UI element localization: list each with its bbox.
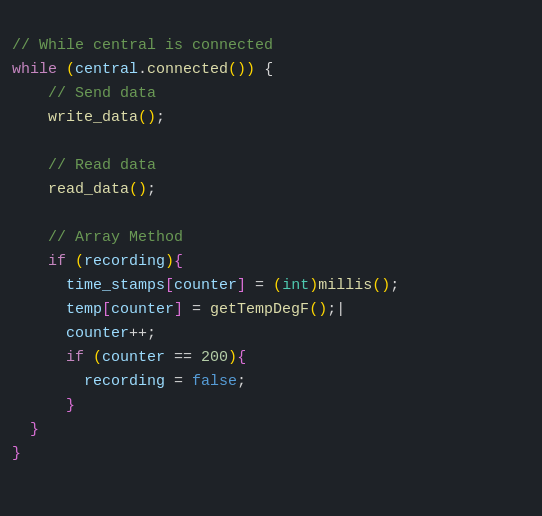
code-line: } (12, 394, 530, 418)
code-token (57, 61, 66, 78)
code-line: if (counter == 200){ (12, 346, 530, 370)
code-line: temp[counter] = getTempDegF();| (12, 298, 530, 322)
code-token: () (129, 181, 147, 198)
code-token: recording (84, 373, 165, 390)
code-token: ; (147, 181, 156, 198)
code-token: ; (156, 109, 165, 126)
code-line: write_data(); (12, 106, 530, 130)
code-token: { (255, 61, 273, 78)
code-token: ) (309, 277, 318, 294)
code-token: ; (390, 277, 399, 294)
code-token: [ (102, 301, 111, 318)
code-token (12, 397, 66, 414)
code-token (12, 325, 66, 342)
code-line: recording = false; (12, 370, 530, 394)
code-token: // Read data (12, 157, 156, 174)
code-line: counter++; (12, 322, 530, 346)
code-token: central (75, 61, 138, 78)
code-token: write_data (48, 109, 138, 126)
code-line: while (central.connected()) { (12, 58, 530, 82)
code-token: counter (66, 325, 129, 342)
code-line (12, 202, 530, 226)
code-token: ; (147, 325, 156, 342)
code-token (66, 253, 75, 270)
code-line: // Send data (12, 82, 530, 106)
code-token (84, 349, 93, 366)
code-token: // While central is connected (12, 37, 273, 54)
code-line: // While central is connected (12, 34, 530, 58)
code-line: // Read data (12, 154, 530, 178)
code-token: ( (75, 253, 84, 270)
code-token: // Array Method (12, 229, 183, 246)
code-token: counter (111, 301, 174, 318)
code-token (12, 349, 66, 366)
code-token: ] (237, 277, 246, 294)
code-token (12, 109, 48, 126)
code-token: while (12, 61, 57, 78)
code-token (12, 301, 66, 318)
code-line: time_stamps[counter] = (int)millis(); (12, 274, 530, 298)
code-token: if (66, 349, 84, 366)
code-token: = (165, 373, 192, 390)
code-token: ++ (129, 325, 147, 342)
code-token: { (237, 349, 246, 366)
code-token: ) (165, 253, 174, 270)
code-token: ] (174, 301, 183, 318)
code-token: connected (147, 61, 228, 78)
code-token (12, 373, 84, 390)
code-line: read_data(); (12, 178, 530, 202)
code-token: time_stamps (66, 277, 165, 294)
code-token: . (138, 61, 147, 78)
code-line (12, 130, 530, 154)
code-token: // Send data (12, 85, 156, 102)
code-token: ) (228, 349, 237, 366)
code-token: = (246, 277, 273, 294)
code-token: false (192, 373, 237, 390)
code-token: | (336, 301, 345, 318)
code-token: ( (93, 349, 102, 366)
code-token: millis (318, 277, 372, 294)
code-token: } (30, 421, 39, 438)
code-token: counter (102, 349, 165, 366)
code-token: getTempDegF (210, 301, 309, 318)
code-token: ) (246, 61, 255, 78)
code-token: [ (165, 277, 174, 294)
code-token: () (228, 61, 246, 78)
code-token: ( (273, 277, 282, 294)
code-token: { (174, 253, 183, 270)
code-line: } (12, 418, 530, 442)
code-token: () (372, 277, 390, 294)
code-token: ; (237, 373, 246, 390)
code-token (12, 253, 48, 270)
code-token (12, 277, 66, 294)
code-line: // Array Method (12, 226, 530, 250)
code-editor: // While central is connectedwhile (cent… (0, 0, 542, 476)
code-token (12, 421, 30, 438)
code-token: = (183, 301, 210, 318)
code-token: == (165, 349, 201, 366)
code-token: ; (327, 301, 336, 318)
code-token (12, 181, 48, 198)
code-line: } (12, 442, 530, 466)
code-token: int (282, 277, 309, 294)
code-token: } (66, 397, 75, 414)
code-token: () (138, 109, 156, 126)
code-token: if (48, 253, 66, 270)
code-line: if (recording){ (12, 250, 530, 274)
code-token: } (12, 445, 21, 462)
code-token: recording (84, 253, 165, 270)
code-token: temp (66, 301, 102, 318)
code-token: counter (174, 277, 237, 294)
code-token: read_data (48, 181, 129, 198)
code-token: 200 (201, 349, 228, 366)
code-token: ( (66, 61, 75, 78)
code-token: () (309, 301, 327, 318)
